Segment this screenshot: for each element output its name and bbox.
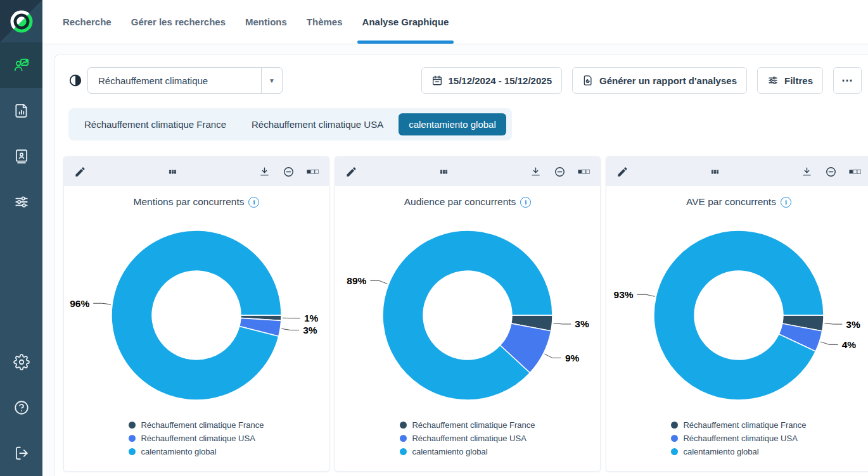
info-icon[interactable]: i xyxy=(781,197,791,208)
filters-button[interactable]: Filtres xyxy=(757,67,823,94)
legend-item[interactable]: Réchauffement climatique USA xyxy=(671,434,806,443)
controls-right-group: 15/12/2024 - 15/12/2025 Générer un rappo… xyxy=(421,67,862,94)
collapse-icon[interactable] xyxy=(283,166,295,178)
chart-title: Mentions par concurrents i xyxy=(64,196,329,208)
slice-percent-label: 96% xyxy=(70,298,89,309)
sidebar-item-contacts[interactable] xyxy=(0,134,42,179)
legend-label: calentamiento global xyxy=(683,447,758,456)
slice-percent-label: 3% xyxy=(846,319,860,330)
report-document-icon xyxy=(13,103,30,119)
card-toolbar-right xyxy=(801,166,861,178)
legend-dot-icon xyxy=(400,448,407,455)
chart-card-ave: AVE par concurrents i 3%4%93% Réchauffem… xyxy=(606,156,868,472)
tab-mentions[interactable]: Mentions xyxy=(245,0,287,44)
card-toolbar-right xyxy=(530,166,590,178)
legend-item[interactable]: Réchauffement climatique USA xyxy=(129,434,264,443)
search-tab-france[interactable]: Réchauffement climatique France xyxy=(74,113,236,135)
legend-item[interactable]: calentamiento global xyxy=(400,447,535,456)
search-tabs: Réchauffement climatique France Réchauff… xyxy=(68,108,512,141)
legend-dot-icon xyxy=(400,435,407,442)
legend-item[interactable]: calentamiento global xyxy=(671,447,806,456)
donut-chart-audience[interactable]: 3%9%89% xyxy=(335,208,600,420)
sidebar-item-filters[interactable] xyxy=(0,179,42,225)
donut-slice[interactable] xyxy=(383,230,552,400)
slice-percent-label: 9% xyxy=(565,353,580,363)
search-tab-usa[interactable]: Réchauffement climatique USA xyxy=(241,113,393,135)
download-icon[interactable] xyxy=(530,166,542,178)
tab-themes[interactable]: Thèmes xyxy=(307,0,343,44)
controls-row: Réchauffement climatique ▼ 15/12/2024 - … xyxy=(54,54,868,94)
chart-title: Audience par concurrents i xyxy=(335,196,600,208)
legend-dot-icon xyxy=(129,422,136,429)
generate-report-button[interactable]: Générer un rapport d'analyses xyxy=(572,67,747,94)
layout-icon[interactable] xyxy=(307,166,319,178)
chart-card-mentions: Mentions par concurrents i 1%3%96% Récha… xyxy=(63,156,329,472)
legend-item[interactable]: calentamiento global xyxy=(129,447,264,456)
layout-icon[interactable] xyxy=(849,166,861,178)
download-icon[interactable] xyxy=(801,166,813,178)
label-connector xyxy=(824,323,842,324)
legend-label: Réchauffement climatique USA xyxy=(141,434,255,443)
help-icon xyxy=(13,399,30,416)
sidebar-item-settings[interactable] xyxy=(0,339,42,385)
label-connector xyxy=(281,329,299,330)
label-connector xyxy=(370,280,387,284)
tab-analyse-graphique[interactable]: Analyse Graphique xyxy=(362,0,449,44)
donut-slice[interactable] xyxy=(654,230,824,400)
chart-legend: Réchauffement climatique FranceRéchauffe… xyxy=(400,420,535,456)
legend-dot-icon xyxy=(671,422,678,429)
info-icon[interactable]: i xyxy=(248,197,259,208)
charts-row: Mentions par concurrents i 1%3%96% Récha… xyxy=(63,156,868,472)
top-navigation: Recherche Gérer les recherches Mentions … xyxy=(42,0,868,44)
legend-dot-icon xyxy=(400,422,407,429)
edit-icon[interactable] xyxy=(345,166,357,178)
donut-chart-ave[interactable]: 3%4%93% xyxy=(606,208,868,420)
legend-item[interactable]: Réchauffement climatique France xyxy=(671,420,806,430)
chart-title-text: AVE par concurrents xyxy=(686,196,776,208)
legend-item[interactable]: Réchauffement climatique France xyxy=(400,420,535,430)
legend-label: calentamiento global xyxy=(141,447,216,456)
label-connector xyxy=(637,294,655,296)
search-tab-calentamiento-global[interactable]: calentamiento global xyxy=(399,113,506,135)
sidebar-item-monitoring[interactable] xyxy=(0,42,42,88)
download-icon[interactable] xyxy=(258,166,271,178)
ellipsis-icon: ⋯ xyxy=(841,73,853,87)
label-connector xyxy=(93,303,111,304)
drag-handle-icon[interactable] xyxy=(438,166,450,178)
edit-icon[interactable] xyxy=(616,166,629,178)
main-area: Réchauffement climatique ▼ 15/12/2024 - … xyxy=(42,44,868,476)
date-range-button[interactable]: 15/12/2024 - 15/12/2025 xyxy=(421,67,562,94)
drag-handle-icon[interactable] xyxy=(167,166,179,178)
legend-item[interactable]: Réchauffement climatique France xyxy=(129,420,264,430)
sidebar-item-logout[interactable] xyxy=(0,430,42,476)
tab-gerer-les-recherches[interactable]: Gérer les recherches xyxy=(131,0,226,44)
donut-chart-mentions[interactable]: 1%3%96% xyxy=(64,208,329,420)
layout-icon[interactable] xyxy=(578,166,590,178)
calendar-icon xyxy=(431,75,443,86)
chevron-down-icon[interactable]: ▼ xyxy=(261,68,282,93)
collapse-icon[interactable] xyxy=(825,166,837,178)
more-options-button[interactable]: ⋯ xyxy=(833,67,862,94)
search-select[interactable]: Réchauffement climatique ▼ xyxy=(87,67,283,94)
filters-sliders-icon xyxy=(767,75,779,86)
legend-item[interactable]: Réchauffement climatique USA xyxy=(400,434,535,443)
content-panel: Réchauffement climatique ▼ 15/12/2024 - … xyxy=(54,54,868,476)
donut-slice[interactable] xyxy=(112,230,281,400)
sidebar-item-reports[interactable] xyxy=(0,88,42,134)
chart-legend: Réchauffement climatique FranceRéchauffe… xyxy=(129,420,264,456)
contrast-toggle[interactable] xyxy=(68,73,84,88)
tab-recherche[interactable]: Recherche xyxy=(63,0,112,44)
sidebar-item-help[interactable] xyxy=(0,385,42,430)
sidebar-spacer xyxy=(0,225,42,339)
collapse-icon[interactable] xyxy=(554,166,566,178)
drag-handle-icon[interactable] xyxy=(709,166,721,178)
report-file-icon xyxy=(582,75,594,86)
app-logo[interactable] xyxy=(0,0,42,42)
chart-title-text: Audience par concurrents xyxy=(404,196,516,208)
info-icon[interactable]: i xyxy=(520,197,531,208)
chart-title-text: Mentions par concurrents xyxy=(134,196,245,208)
slice-percent-label: 89% xyxy=(347,275,366,286)
edit-icon[interactable] xyxy=(74,166,86,178)
legend-dot-icon xyxy=(129,435,136,442)
audience-monitor-icon xyxy=(13,57,30,73)
